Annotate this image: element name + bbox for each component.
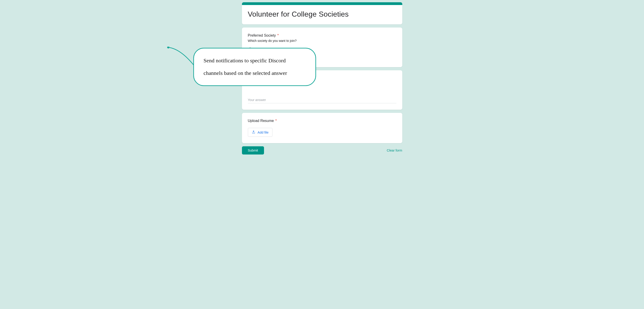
question-title-text: Upload Resume (248, 119, 274, 123)
short-bio-input[interactable] (248, 97, 396, 103)
required-asterisk: * (276, 119, 277, 123)
question-description: Which society do you want to join? (248, 39, 396, 43)
svg-point-0 (167, 47, 170, 49)
add-file-label: Add file (258, 131, 268, 134)
question-title: Upload Resume * (248, 119, 396, 123)
required-asterisk: * (278, 34, 279, 37)
annotation-connector (167, 47, 197, 69)
form-header-card: Volunteer for College Societies (242, 2, 402, 24)
question-upload-resume: Upload Resume * Add file (242, 113, 402, 143)
submit-button[interactable]: Submit (242, 146, 264, 155)
question-title: Preferred Society * (248, 34, 396, 38)
annotation-callout: Send notifications to specific Discord c… (193, 48, 316, 86)
clear-form-link[interactable]: Clear form (387, 149, 402, 152)
upload-icon (252, 130, 255, 134)
form-footer: Submit Clear form (242, 146, 402, 155)
form-title: Volunteer for College Societies (248, 10, 396, 19)
annotation-text: Send notifications to specific Discord c… (204, 58, 287, 76)
question-title-text: Preferred Society (248, 34, 276, 37)
add-file-button[interactable]: Add file (248, 128, 272, 137)
